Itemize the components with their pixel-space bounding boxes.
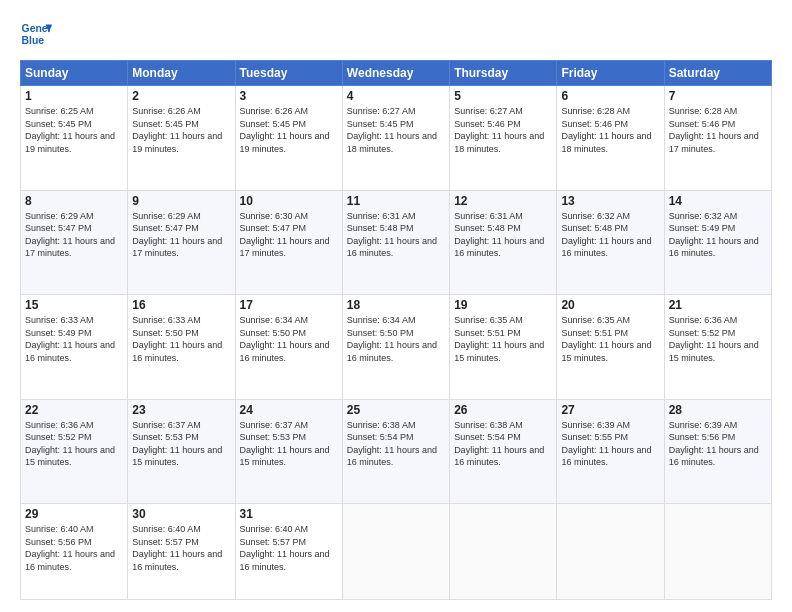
calendar-cell: 1 Sunrise: 6:25 AMSunset: 5:45 PMDayligh… <box>21 86 128 191</box>
calendar-cell: 3 Sunrise: 6:26 AMSunset: 5:45 PMDayligh… <box>235 86 342 191</box>
day-info: Sunrise: 6:27 AMSunset: 5:46 PMDaylight:… <box>454 106 544 154</box>
day-number: 25 <box>347 403 445 417</box>
day-info: Sunrise: 6:40 AMSunset: 5:57 PMDaylight:… <box>132 524 222 572</box>
calendar-cell: 23 Sunrise: 6:37 AMSunset: 5:53 PMDaylig… <box>128 399 235 504</box>
day-info: Sunrise: 6:29 AMSunset: 5:47 PMDaylight:… <box>25 211 115 259</box>
day-number: 24 <box>240 403 338 417</box>
day-info: Sunrise: 6:28 AMSunset: 5:46 PMDaylight:… <box>561 106 651 154</box>
day-number: 12 <box>454 194 552 208</box>
calendar-cell: 15 Sunrise: 6:33 AMSunset: 5:49 PMDaylig… <box>21 295 128 400</box>
calendar-cell: 20 Sunrise: 6:35 AMSunset: 5:51 PMDaylig… <box>557 295 664 400</box>
day-number: 22 <box>25 403 123 417</box>
day-number: 19 <box>454 298 552 312</box>
calendar-table: SundayMondayTuesdayWednesdayThursdayFrid… <box>20 60 772 600</box>
day-number: 20 <box>561 298 659 312</box>
header: General Blue <box>20 18 772 50</box>
calendar-cell: 26 Sunrise: 6:38 AMSunset: 5:54 PMDaylig… <box>450 399 557 504</box>
calendar-cell: 8 Sunrise: 6:29 AMSunset: 5:47 PMDayligh… <box>21 190 128 295</box>
logo: General Blue <box>20 18 52 50</box>
day-info: Sunrise: 6:26 AMSunset: 5:45 PMDaylight:… <box>240 106 330 154</box>
day-info: Sunrise: 6:39 AMSunset: 5:56 PMDaylight:… <box>669 420 759 468</box>
calendar-cell: 11 Sunrise: 6:31 AMSunset: 5:48 PMDaylig… <box>342 190 449 295</box>
day-info: Sunrise: 6:29 AMSunset: 5:47 PMDaylight:… <box>132 211 222 259</box>
day-number: 18 <box>347 298 445 312</box>
day-number: 23 <box>132 403 230 417</box>
calendar-cell: 6 Sunrise: 6:28 AMSunset: 5:46 PMDayligh… <box>557 86 664 191</box>
weekday-header-saturday: Saturday <box>664 61 771 86</box>
day-info: Sunrise: 6:34 AMSunset: 5:50 PMDaylight:… <box>240 315 330 363</box>
day-number: 5 <box>454 89 552 103</box>
calendar-cell: 18 Sunrise: 6:34 AMSunset: 5:50 PMDaylig… <box>342 295 449 400</box>
day-info: Sunrise: 6:39 AMSunset: 5:55 PMDaylight:… <box>561 420 651 468</box>
calendar-cell: 27 Sunrise: 6:39 AMSunset: 5:55 PMDaylig… <box>557 399 664 504</box>
day-number: 17 <box>240 298 338 312</box>
day-number: 3 <box>240 89 338 103</box>
weekday-header-wednesday: Wednesday <box>342 61 449 86</box>
day-info: Sunrise: 6:27 AMSunset: 5:45 PMDaylight:… <box>347 106 437 154</box>
day-number: 28 <box>669 403 767 417</box>
day-number: 21 <box>669 298 767 312</box>
calendar-cell: 19 Sunrise: 6:35 AMSunset: 5:51 PMDaylig… <box>450 295 557 400</box>
day-info: Sunrise: 6:30 AMSunset: 5:47 PMDaylight:… <box>240 211 330 259</box>
day-number: 2 <box>132 89 230 103</box>
calendar-cell: 22 Sunrise: 6:36 AMSunset: 5:52 PMDaylig… <box>21 399 128 504</box>
day-number: 8 <box>25 194 123 208</box>
day-number: 26 <box>454 403 552 417</box>
day-number: 16 <box>132 298 230 312</box>
weekday-header-thursday: Thursday <box>450 61 557 86</box>
day-info: Sunrise: 6:34 AMSunset: 5:50 PMDaylight:… <box>347 315 437 363</box>
day-number: 4 <box>347 89 445 103</box>
day-info: Sunrise: 6:37 AMSunset: 5:53 PMDaylight:… <box>132 420 222 468</box>
day-info: Sunrise: 6:31 AMSunset: 5:48 PMDaylight:… <box>347 211 437 259</box>
calendar-cell: 21 Sunrise: 6:36 AMSunset: 5:52 PMDaylig… <box>664 295 771 400</box>
day-number: 1 <box>25 89 123 103</box>
calendar-cell <box>450 504 557 600</box>
day-number: 6 <box>561 89 659 103</box>
day-info: Sunrise: 6:40 AMSunset: 5:56 PMDaylight:… <box>25 524 115 572</box>
page: General Blue SundayMondayTuesdayWednesda… <box>0 0 792 612</box>
day-number: 29 <box>25 507 123 521</box>
day-number: 13 <box>561 194 659 208</box>
weekday-header-monday: Monday <box>128 61 235 86</box>
day-number: 31 <box>240 507 338 521</box>
calendar-cell: 24 Sunrise: 6:37 AMSunset: 5:53 PMDaylig… <box>235 399 342 504</box>
day-number: 27 <box>561 403 659 417</box>
day-info: Sunrise: 6:38 AMSunset: 5:54 PMDaylight:… <box>454 420 544 468</box>
svg-text:Blue: Blue <box>22 35 45 46</box>
day-number: 11 <box>347 194 445 208</box>
day-info: Sunrise: 6:40 AMSunset: 5:57 PMDaylight:… <box>240 524 330 572</box>
calendar-cell: 2 Sunrise: 6:26 AMSunset: 5:45 PMDayligh… <box>128 86 235 191</box>
calendar-cell <box>342 504 449 600</box>
day-info: Sunrise: 6:35 AMSunset: 5:51 PMDaylight:… <box>454 315 544 363</box>
calendar-cell: 16 Sunrise: 6:33 AMSunset: 5:50 PMDaylig… <box>128 295 235 400</box>
day-info: Sunrise: 6:38 AMSunset: 5:54 PMDaylight:… <box>347 420 437 468</box>
calendar-cell: 31 Sunrise: 6:40 AMSunset: 5:57 PMDaylig… <box>235 504 342 600</box>
day-number: 7 <box>669 89 767 103</box>
day-info: Sunrise: 6:25 AMSunset: 5:45 PMDaylight:… <box>25 106 115 154</box>
calendar-cell: 10 Sunrise: 6:30 AMSunset: 5:47 PMDaylig… <box>235 190 342 295</box>
calendar-cell <box>557 504 664 600</box>
calendar-cell: 28 Sunrise: 6:39 AMSunset: 5:56 PMDaylig… <box>664 399 771 504</box>
day-number: 15 <box>25 298 123 312</box>
day-number: 9 <box>132 194 230 208</box>
day-info: Sunrise: 6:26 AMSunset: 5:45 PMDaylight:… <box>132 106 222 154</box>
day-info: Sunrise: 6:32 AMSunset: 5:49 PMDaylight:… <box>669 211 759 259</box>
calendar-cell: 14 Sunrise: 6:32 AMSunset: 5:49 PMDaylig… <box>664 190 771 295</box>
weekday-header-friday: Friday <box>557 61 664 86</box>
calendar-cell: 5 Sunrise: 6:27 AMSunset: 5:46 PMDayligh… <box>450 86 557 191</box>
day-number: 10 <box>240 194 338 208</box>
day-info: Sunrise: 6:36 AMSunset: 5:52 PMDaylight:… <box>25 420 115 468</box>
logo-icon: General Blue <box>20 18 52 50</box>
calendar-cell: 7 Sunrise: 6:28 AMSunset: 5:46 PMDayligh… <box>664 86 771 191</box>
day-number: 30 <box>132 507 230 521</box>
calendar-cell: 13 Sunrise: 6:32 AMSunset: 5:48 PMDaylig… <box>557 190 664 295</box>
weekday-header-tuesday: Tuesday <box>235 61 342 86</box>
day-info: Sunrise: 6:31 AMSunset: 5:48 PMDaylight:… <box>454 211 544 259</box>
day-info: Sunrise: 6:35 AMSunset: 5:51 PMDaylight:… <box>561 315 651 363</box>
day-info: Sunrise: 6:33 AMSunset: 5:50 PMDaylight:… <box>132 315 222 363</box>
day-info: Sunrise: 6:37 AMSunset: 5:53 PMDaylight:… <box>240 420 330 468</box>
weekday-header-sunday: Sunday <box>21 61 128 86</box>
calendar-cell: 4 Sunrise: 6:27 AMSunset: 5:45 PMDayligh… <box>342 86 449 191</box>
calendar-cell: 17 Sunrise: 6:34 AMSunset: 5:50 PMDaylig… <box>235 295 342 400</box>
calendar-cell: 30 Sunrise: 6:40 AMSunset: 5:57 PMDaylig… <box>128 504 235 600</box>
